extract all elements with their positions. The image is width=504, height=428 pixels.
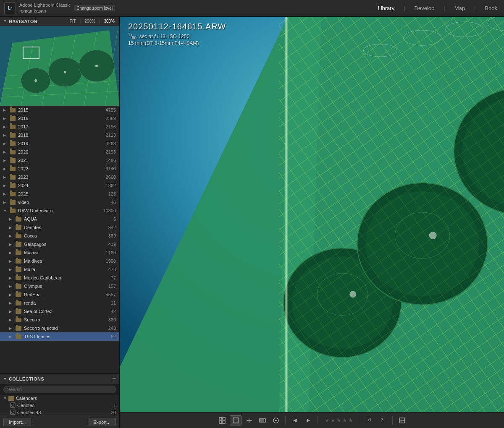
folder-count: 360 <box>108 317 116 322</box>
folder-item[interactable]: ▶20193268 <box>0 139 119 148</box>
folder-item[interactable]: ▶Sea of Cortez42 <box>0 307 119 316</box>
folder-count: 1486 <box>106 158 116 163</box>
folder-count: 125 <box>108 191 116 196</box>
nav-library[interactable]: Library <box>375 3 397 13</box>
folder-item[interactable]: ▶Socorro rejected243 <box>0 324 119 332</box>
folder-folder-icon <box>16 251 21 255</box>
svg-rect-50 <box>219 421 222 423</box>
star-1[interactable]: ★ <box>325 417 330 423</box>
folder-folder-icon <box>10 116 16 121</box>
app-title: Adobe Lightroom Classic <box>19 3 71 8</box>
folder-item[interactable]: ▶20154755 <box>0 106 119 114</box>
folder-item[interactable]: ▶20202193 <box>0 148 119 156</box>
folder-item[interactable]: ▶Malawi1169 <box>0 248 119 257</box>
folder-count: 419 <box>108 242 116 247</box>
svg-line-20 <box>11 404 12 405</box>
collection-item-cenotes43[interactable]: Cenotes 43 20 <box>0 409 119 416</box>
folder-count: 11 <box>111 300 116 305</box>
folder-folder-icon <box>16 309 21 314</box>
navigator-section: ▼ Navigator FIT | 200% | 300% <box>0 17 119 106</box>
folder-item[interactable]: ▶Malta478 <box>0 265 119 274</box>
nav-map[interactable]: Map <box>452 3 467 13</box>
folder-count: 942 <box>108 225 116 230</box>
folder-item[interactable]: ▶Galapagos419 <box>0 240 119 248</box>
toolbar-sep-3 <box>360 416 360 425</box>
navigator-header[interactable]: ▼ Navigator FIT | 200% | 300% <box>0 17 119 26</box>
collection-item-cenotes[interactable]: Cenotes 1 <box>0 402 119 409</box>
filmstrip-view-button[interactable] <box>257 415 268 425</box>
folder-item[interactable]: ▶Cocos369 <box>0 232 119 240</box>
svg-rect-57 <box>262 420 264 421</box>
folder-item[interactable]: ▶AQUA6 <box>0 215 119 223</box>
folder-item[interactable]: ▶TEST lenses62 <box>0 332 119 341</box>
folder-item[interactable]: ▶Cenotes942 <box>0 223 119 232</box>
star-5[interactable]: ★ <box>348 417 353 423</box>
folder-arrow: ▶ <box>9 259 14 263</box>
folder-item[interactable]: ▶20162369 <box>0 114 119 123</box>
image-lens: 15 mm (DT 8-15mm F4-4 SAM) <box>128 40 226 46</box>
folder-item[interactable]: ▶Socorro360 <box>0 316 119 324</box>
nav-prev-button[interactable]: ◀ <box>289 415 301 425</box>
collections-add-button[interactable]: + <box>112 376 116 382</box>
folder-folder-icon <box>10 175 16 180</box>
folder-count: 1908 <box>106 258 116 264</box>
folder-folder-icon <box>16 334 21 339</box>
nav-develop[interactable]: Develop <box>412 3 437 13</box>
import-button[interactable]: Import... <box>3 418 31 426</box>
compare-view-button[interactable] <box>270 415 282 425</box>
folder-count: 3140 <box>106 166 116 171</box>
center-area: 20250112-164615.ARW 1/60 sec at f / 13, … <box>120 17 504 428</box>
loupe-icon <box>232 417 239 424</box>
nav-next-icon: ▶ <box>307 418 310 423</box>
star-2[interactable]: ★ <box>331 417 336 423</box>
collections-header[interactable]: ▼ Collections + <box>0 374 119 384</box>
collections-title: Collections <box>9 376 44 381</box>
smart-collection-icon <box>10 402 16 408</box>
xy-view-button[interactable] <box>243 415 255 425</box>
folder-item[interactable]: ▶Maldives1908 <box>0 257 119 265</box>
filmstrip-icon <box>259 417 266 424</box>
star-3[interactable]: ★ <box>336 417 341 423</box>
folder-item[interactable]: ▶20211486 <box>0 156 119 164</box>
folder-name: Mexico Caribbean <box>24 275 61 280</box>
folder-item[interactable]: ▶renda11 <box>0 299 119 307</box>
nav-next-button[interactable]: ▶ <box>302 415 314 425</box>
image-view[interactable]: 20250112-164615.ARW 1/60 sec at f / 13, … <box>120 17 504 412</box>
folder-arrow: ▶ <box>3 159 8 162</box>
svg-point-16 <box>95 65 98 67</box>
folder-item[interactable]: ▶Olympus157 <box>0 282 119 290</box>
top-bar-left: Lr Adobe Lightroom Classic roman.kasan C… <box>4 3 115 14</box>
svg-rect-56 <box>260 420 262 421</box>
folder-item[interactable]: ▶video46 <box>0 198 119 206</box>
folder-arrow: ▶ <box>3 167 8 171</box>
user-name: roman.kasan <box>19 8 71 14</box>
collection-item-calendars[interactable]: ▼ Calendars <box>0 395 119 402</box>
overlay-button[interactable] <box>396 415 408 425</box>
zoom-100[interactable]: 200% <box>83 18 97 24</box>
svg-rect-21 <box>10 410 15 415</box>
folder-item[interactable]: ▼RAW Underwater10800 <box>0 206 119 215</box>
rotate-right-button[interactable]: ↻ <box>377 415 389 425</box>
folder-arrow: ▶ <box>9 318 14 322</box>
collection-name-cenotes43: Cenotes 43 <box>17 410 41 415</box>
folder-item[interactable]: ▶20232660 <box>0 173 119 181</box>
nav-book[interactable]: Book <box>482 3 500 13</box>
folder-folder-icon <box>10 167 16 171</box>
folder-item[interactable]: ▶20241862 <box>0 181 119 190</box>
rotate-left-button[interactable]: ↺ <box>364 415 375 425</box>
collections-search-input[interactable] <box>3 386 116 393</box>
folder-name: renda <box>24 300 36 305</box>
folder-item[interactable]: ▶20172156 <box>0 123 119 131</box>
star-4[interactable]: ★ <box>342 417 347 423</box>
folder-item[interactable]: ▶20182113 <box>0 131 119 139</box>
folder-item[interactable]: ▶20223140 <box>0 164 119 173</box>
folder-item[interactable]: ▶Mexico Caribbean77 <box>0 274 119 282</box>
folder-item[interactable]: ▶2025125 <box>0 190 119 198</box>
folder-item[interactable]: ▶RedSea4557 <box>0 290 119 299</box>
zoom-fit[interactable]: FIT <box>68 18 77 24</box>
loupe-view-button[interactable] <box>230 415 242 425</box>
zoom-300[interactable]: 300% <box>102 18 116 24</box>
export-button[interactable]: Export... <box>88 418 116 426</box>
grid-view-button[interactable] <box>216 415 228 425</box>
folder-count: 157 <box>108 284 116 289</box>
